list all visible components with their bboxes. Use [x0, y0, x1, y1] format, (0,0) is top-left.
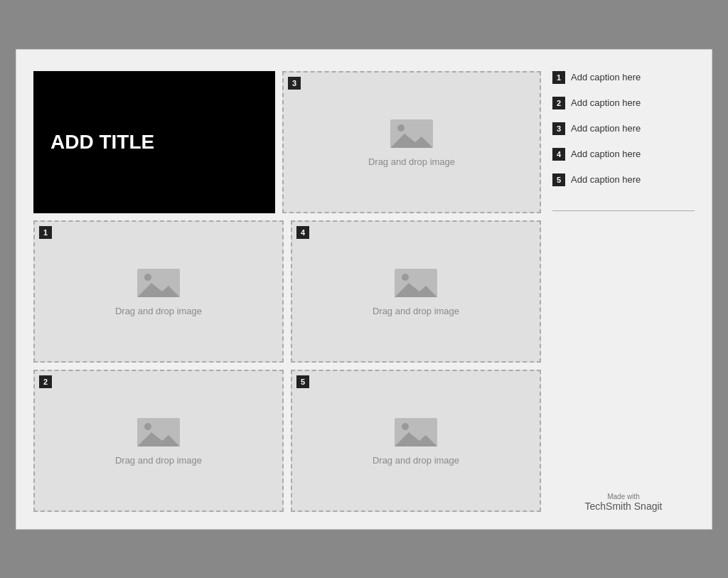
drag-text-4: Drag and drop image	[373, 306, 459, 316]
drag-text-1: Drag and drop image	[115, 306, 202, 316]
caption-item-4[interactable]: 4 Add caption here	[552, 148, 695, 161]
caption-text-3[interactable]: Add caption here	[571, 123, 641, 134]
slot-number-3: 3	[288, 77, 301, 90]
caption-text-1[interactable]: Add caption here	[571, 72, 641, 82]
title-text: ADD TITLE	[50, 131, 154, 154]
image-placeholder-icon-3	[390, 117, 433, 151]
made-with-block: Made with TechSmith Snagit	[552, 493, 695, 512]
image-placeholder-icon-1	[137, 266, 180, 300]
caption-item-3[interactable]: 3 Add caption here	[552, 122, 695, 135]
svg-point-7	[402, 274, 409, 281]
caption-number-1: 1	[552, 71, 565, 84]
slot-number-4: 4	[296, 226, 309, 239]
image-placeholder-icon-2	[137, 415, 180, 449]
slot-number-5: 5	[296, 375, 309, 388]
svg-point-1	[397, 124, 405, 132]
drag-text-2: Drag and drop image	[115, 455, 202, 466]
svg-point-13	[402, 423, 409, 430]
slot-number-1: 1	[39, 226, 52, 239]
caption-text-4[interactable]: Add caption here	[571, 149, 641, 159]
image-slot-5[interactable]: 5 Drag and drop image	[291, 370, 541, 512]
made-with-label: Made with	[552, 493, 695, 501]
drag-text-5: Drag and drop image	[373, 455, 459, 466]
drag-text-3: Drag and drop image	[368, 156, 455, 167]
top-row: ADD TITLE 3 Drag and drop image	[33, 71, 541, 213]
image-slot-1[interactable]: 1 Drag and drop image	[33, 220, 284, 363]
sidebar-divider	[552, 210, 695, 211]
image-placeholder-icon-4	[395, 266, 437, 300]
image-placeholder-icon-5	[395, 415, 437, 449]
image-slot-4[interactable]: 4 Drag and drop image	[291, 220, 541, 363]
caption-text-5[interactable]: Add caption here	[571, 174, 641, 185]
caption-text-2[interactable]: Add caption here	[571, 97, 641, 108]
middle-row: 1 Drag and drop image 4 Drag a	[33, 220, 541, 363]
caption-item-2[interactable]: 2 Add caption here	[552, 97, 695, 109]
main-layout: ADD TITLE 3 Drag and drop image 1	[33, 71, 695, 512]
brand-name: TechSmith Snagit	[552, 501, 695, 512]
svg-point-10	[144, 423, 151, 430]
page-container: ADD TITLE 3 Drag and drop image 1	[16, 49, 712, 530]
caption-number-2: 2	[552, 97, 565, 109]
left-content: ADD TITLE 3 Drag and drop image 1	[33, 71, 541, 512]
caption-number-5: 5	[552, 173, 565, 186]
caption-item-1[interactable]: 1 Add caption here	[552, 71, 695, 84]
image-slot-2[interactable]: 2 Drag and drop image	[33, 370, 284, 512]
slot-number-2: 2	[39, 375, 52, 388]
right-sidebar: 1 Add caption here 2 Add caption here 3 …	[552, 71, 695, 512]
caption-number-3: 3	[552, 122, 565, 135]
image-slot-3[interactable]: 3 Drag and drop image	[282, 71, 541, 213]
caption-item-5[interactable]: 5 Add caption here	[552, 173, 695, 186]
title-block[interactable]: ADD TITLE	[33, 71, 275, 213]
caption-number-4: 4	[552, 148, 565, 161]
svg-point-4	[144, 274, 151, 281]
bottom-row: 2 Drag and drop image 5 Drag a	[33, 370, 541, 512]
